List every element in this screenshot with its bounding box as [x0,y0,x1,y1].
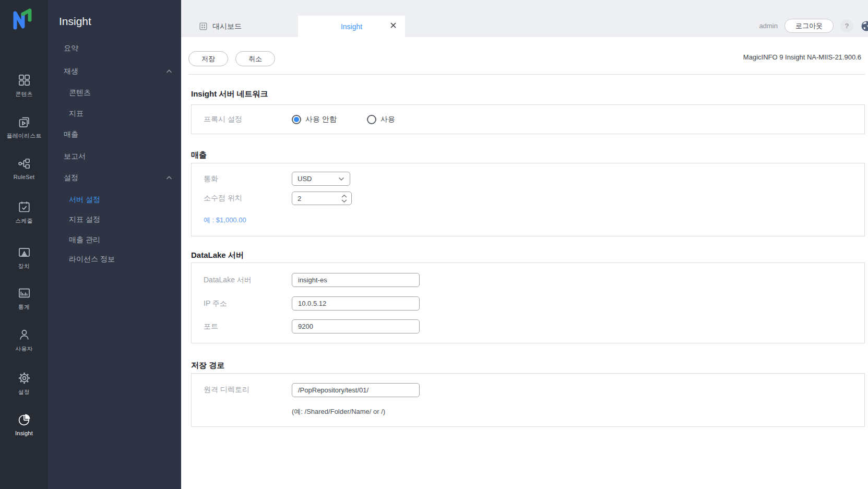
section-title-network: Insight 서버 네트워크 [191,89,268,99]
currency-select[interactable]: USD [292,172,350,186]
version-text: MagicINFO 9 Insight NA-MIIS-21.900.6 [743,53,861,61]
sales-box: 통화 USD 소수점 위치 예 : $1,000.00 [191,163,865,236]
section-title-sales: 매출 [191,150,207,160]
user-cluster: admin 로그아웃 ? [759,15,868,37]
nav-item-contents[interactable]: 콘텐츠 [69,88,91,98]
rail-item-schedule[interactable]: 스케줄 [0,200,48,225]
radio-proxy-disabled[interactable]: 사용 안함 [292,115,337,124]
rail-item-settings[interactable]: 설정 [0,371,48,396]
rail-item-label: 통계 [0,303,48,311]
ip-label: IP 주소 [204,299,292,308]
magicinfo-logo[interactable] [10,6,37,30]
chevron-up-icon[interactable] [341,195,347,198]
nav-item-sales[interactable]: 매출 [64,130,78,139]
settings-page: 저장 취소 MagicINFO 9 Insight NA-MIIS-21.900… [181,37,868,489]
nav-item-metrics[interactable]: 지표 [69,109,84,118]
ip-row: IP 주소 [204,296,859,311]
logout-button[interactable]: 로그아웃 [784,19,834,33]
ruleset-icon [17,157,31,171]
nav-item-report[interactable]: 보고서 [64,152,86,161]
nav-item-server-settings[interactable]: 서버 설정 [69,195,100,205]
remote-dir-label: 원격 디렉토리 [204,385,292,395]
rail-item-label: RuleSet [0,174,48,180]
rail-item-label: Insight [0,430,48,436]
radio-label: 사용 [381,115,395,124]
currency-label: 통화 [204,174,292,184]
radio-label: 사용 안함 [305,115,337,124]
content-area: 대시보드 Insight admin 로그아웃 ? 저장 취소 MagicINF… [181,0,868,489]
currency-example: 예 : $1,000.00 [204,216,246,225]
nav-item-playback[interactable]: 재생 [64,67,78,76]
radio-selected-icon[interactable] [292,115,301,124]
decimal-label: 소수점 위치 [204,194,292,203]
stepper-arrows[interactable] [341,195,347,202]
cancel-button[interactable]: 취소 [235,51,275,66]
rail-item-device[interactable]: 장치 [0,245,48,270]
tab-dashboard[interactable]: 대시보드 [181,16,298,37]
toolbar: 저장 취소 [188,51,275,66]
datalake-server-label: DataLake 서버 [204,276,292,285]
save-button[interactable]: 저장 [188,51,228,66]
decimal-row: 소수점 위치 [204,192,859,205]
icon-rail: 콘텐츠 플레이리스트 RuleSet 스케줄 장치 [0,0,48,489]
tab-insight[interactable]: Insight [298,16,405,37]
chevron-up-icon[interactable] [166,69,172,74]
rail-item-label: 콘텐츠 [0,90,48,98]
rail-item-contents[interactable]: 콘텐츠 [0,73,48,98]
proxy-row: 프록시 설정 사용 안함 사용 [204,112,859,127]
dashboard-icon [199,22,208,31]
panel-title: Insight [59,15,91,28]
section-title-storage: 저장 경로 [191,361,224,371]
tab-bar: 대시보드 Insight admin 로그아웃 ? [181,0,868,37]
close-icon[interactable] [390,22,397,29]
device-icon [17,245,31,259]
ip-input[interactable] [292,296,420,311]
tab-label: 대시보드 [212,22,242,31]
rail-item-users[interactable]: 사용자 [0,328,48,353]
help-button[interactable]: ? [840,19,853,32]
stats-icon [17,286,31,300]
port-label: 포트 [204,322,292,331]
gear-icon [17,371,31,385]
user-icon [17,328,31,342]
radio-unselected-icon[interactable] [367,115,376,124]
nav-item-settings[interactable]: 설정 [64,173,78,183]
decimal-input[interactable] [298,195,334,202]
rail-item-label: 스케줄 [0,217,48,225]
port-row: 포트 [204,319,859,333]
rail-item-statistics[interactable]: 통계 [0,286,48,311]
rail-item-ruleset[interactable]: RuleSet [0,157,48,180]
datalake-box: DataLake 서버 IP 주소 포트 [191,263,865,343]
remote-dir-row: 원격 디렉토리 [204,383,859,397]
insight-nav-panel: Insight 요약 재생 콘텐츠 지표 매출 보고서 설정 서버 설정 지표 … [48,0,181,489]
storage-box: 원격 디렉토리 (예: /Shared/Folder/Name/ or /) [191,373,865,427]
playlist-icon [17,115,31,129]
calendar-icon [17,200,31,214]
globe-icon[interactable] [860,20,868,32]
username: admin [759,22,778,30]
currency-row: 통화 USD [204,172,859,186]
remote-dir-input[interactable] [292,383,420,397]
nav-item-sales-management[interactable]: 매출 관리 [69,235,100,245]
nav-item-license-info[interactable]: 라이선스 정보 [69,255,115,264]
rail-item-playlist[interactable]: 플레이리스트 [0,115,48,140]
pie-icon [17,413,31,427]
datalake-server-row: DataLake 서버 [204,273,859,287]
currency-value: USD [298,175,312,183]
rail-item-insight[interactable]: Insight [0,413,48,436]
chevron-down-icon [338,177,344,181]
nav-item-metric-settings[interactable]: 지표 설정 [69,215,100,224]
rail-item-label: 설정 [0,388,48,396]
grid-icon [17,73,31,87]
radio-proxy-enabled[interactable]: 사용 [367,115,395,124]
remote-dir-hint: (예: /Shared/Folder/Name/ or /) [292,407,385,416]
section-title-datalake: DataLake 서버 [191,251,244,260]
chevron-up-icon[interactable] [166,176,172,180]
network-box: 프록시 설정 사용 안함 사용 [191,104,865,134]
port-input[interactable] [292,319,420,333]
tab-label: Insight [341,22,362,31]
decimal-stepper[interactable] [292,192,352,205]
chevron-down-icon[interactable] [341,199,347,202]
datalake-server-input[interactable] [292,273,420,287]
nav-item-summary[interactable]: 요약 [64,44,78,53]
